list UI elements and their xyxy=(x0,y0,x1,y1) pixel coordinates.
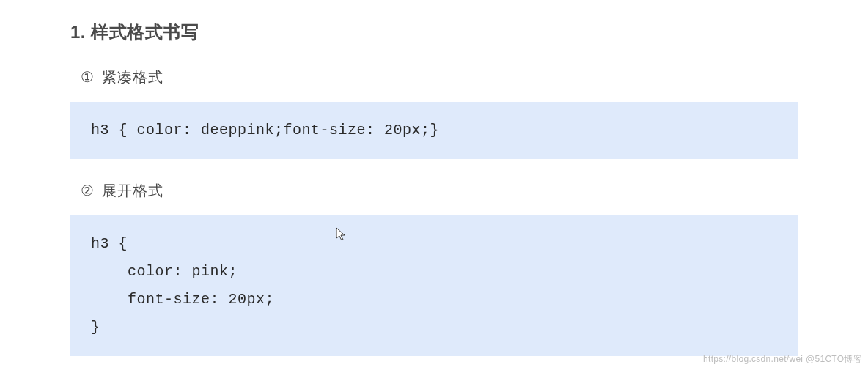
subheading-expanded: ②展开格式 xyxy=(70,181,798,201)
main-heading: 1. 样式格式书写 xyxy=(70,21,798,44)
code-block-expanded: h3 { color: pink; font-size: 20px; } xyxy=(70,215,798,356)
subheading-compact: ①紧凑格式 xyxy=(70,67,798,87)
subheading-compact-text: 紧凑格式 xyxy=(102,69,163,85)
document-container: 1. 样式格式书写 ①紧凑格式 h3 { color: deeppink;fon… xyxy=(0,0,868,356)
watermark-text: https://blog.csdn.net/wei @51CTO博客 xyxy=(703,353,862,366)
subheading-expanded-text: 展开格式 xyxy=(102,182,163,199)
marker-1: ① xyxy=(81,69,95,85)
code-block-compact: h3 { color: deeppink;font-size: 20px;} xyxy=(70,102,798,159)
marker-2: ② xyxy=(81,182,95,199)
